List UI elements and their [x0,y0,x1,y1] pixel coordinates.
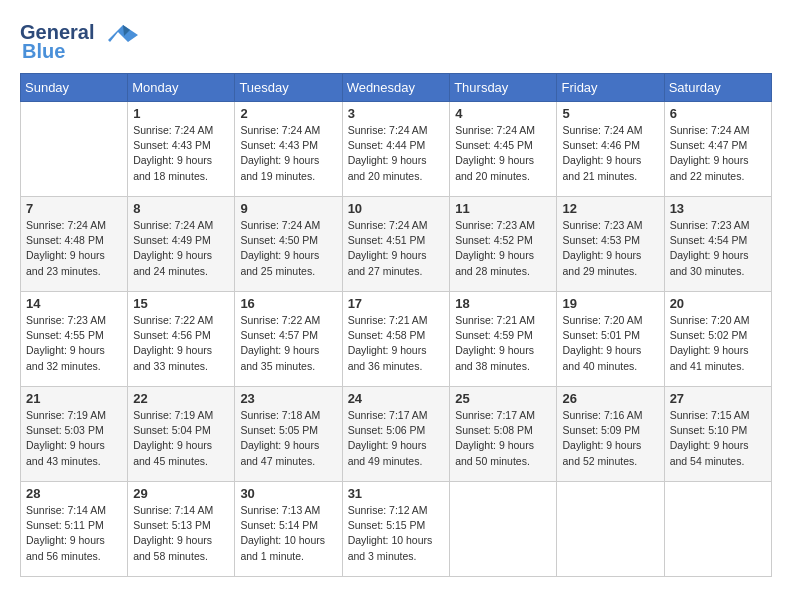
day-number: 19 [562,296,658,311]
calendar-cell: 26Sunrise: 7:16 AM Sunset: 5:09 PM Dayli… [557,387,664,482]
calendar-week-row: 14Sunrise: 7:23 AM Sunset: 4:55 PM Dayli… [21,292,772,387]
day-info: Sunrise: 7:13 AM Sunset: 5:14 PM Dayligh… [240,503,336,564]
day-number: 16 [240,296,336,311]
calendar-cell: 25Sunrise: 7:17 AM Sunset: 5:08 PM Dayli… [450,387,557,482]
calendar-cell: 3Sunrise: 7:24 AM Sunset: 4:44 PM Daylig… [342,102,450,197]
calendar-day-header: Tuesday [235,74,342,102]
day-number: 13 [670,201,766,216]
day-number: 17 [348,296,445,311]
calendar-cell: 23Sunrise: 7:18 AM Sunset: 5:05 PM Dayli… [235,387,342,482]
logo-bird-icon [98,20,138,48]
calendar-cell: 6Sunrise: 7:24 AM Sunset: 4:47 PM Daylig… [664,102,771,197]
calendar-day-header: Monday [128,74,235,102]
day-number: 31 [348,486,445,501]
calendar-week-row: 21Sunrise: 7:19 AM Sunset: 5:03 PM Dayli… [21,387,772,482]
calendar-cell: 10Sunrise: 7:24 AM Sunset: 4:51 PM Dayli… [342,197,450,292]
day-number: 26 [562,391,658,406]
calendar-cell: 18Sunrise: 7:21 AM Sunset: 4:59 PM Dayli… [450,292,557,387]
day-info: Sunrise: 7:19 AM Sunset: 5:03 PM Dayligh… [26,408,122,469]
svg-marker-0 [108,25,138,42]
day-number: 23 [240,391,336,406]
day-info: Sunrise: 7:20 AM Sunset: 5:01 PM Dayligh… [562,313,658,374]
page-header: General Blue [20,20,772,63]
day-info: Sunrise: 7:24 AM Sunset: 4:49 PM Dayligh… [133,218,229,279]
day-number: 5 [562,106,658,121]
day-info: Sunrise: 7:15 AM Sunset: 5:10 PM Dayligh… [670,408,766,469]
logo: General Blue [20,20,130,63]
calendar-cell: 4Sunrise: 7:24 AM Sunset: 4:45 PM Daylig… [450,102,557,197]
day-number: 14 [26,296,122,311]
day-number: 2 [240,106,336,121]
day-number: 15 [133,296,229,311]
calendar-day-header: Saturday [664,74,771,102]
calendar-cell: 27Sunrise: 7:15 AM Sunset: 5:10 PM Dayli… [664,387,771,482]
calendar-cell: 9Sunrise: 7:24 AM Sunset: 4:50 PM Daylig… [235,197,342,292]
calendar-cell: 16Sunrise: 7:22 AM Sunset: 4:57 PM Dayli… [235,292,342,387]
day-info: Sunrise: 7:24 AM Sunset: 4:46 PM Dayligh… [562,123,658,184]
calendar-cell [557,482,664,577]
calendar-week-row: 1Sunrise: 7:24 AM Sunset: 4:43 PM Daylig… [21,102,772,197]
day-number: 9 [240,201,336,216]
calendar-cell [664,482,771,577]
day-info: Sunrise: 7:20 AM Sunset: 5:02 PM Dayligh… [670,313,766,374]
day-number: 21 [26,391,122,406]
day-info: Sunrise: 7:14 AM Sunset: 5:13 PM Dayligh… [133,503,229,564]
day-number: 28 [26,486,122,501]
day-info: Sunrise: 7:14 AM Sunset: 5:11 PM Dayligh… [26,503,122,564]
calendar-cell: 1Sunrise: 7:24 AM Sunset: 4:43 PM Daylig… [128,102,235,197]
day-info: Sunrise: 7:24 AM Sunset: 4:45 PM Dayligh… [455,123,551,184]
day-number: 3 [348,106,445,121]
day-info: Sunrise: 7:23 AM Sunset: 4:53 PM Dayligh… [562,218,658,279]
calendar-cell: 21Sunrise: 7:19 AM Sunset: 5:03 PM Dayli… [21,387,128,482]
day-info: Sunrise: 7:16 AM Sunset: 5:09 PM Dayligh… [562,408,658,469]
calendar-cell: 17Sunrise: 7:21 AM Sunset: 4:58 PM Dayli… [342,292,450,387]
calendar-cell [21,102,128,197]
day-number: 7 [26,201,122,216]
calendar-cell: 13Sunrise: 7:23 AM Sunset: 4:54 PM Dayli… [664,197,771,292]
calendar-day-header: Friday [557,74,664,102]
calendar-week-row: 7Sunrise: 7:24 AM Sunset: 4:48 PM Daylig… [21,197,772,292]
day-number: 4 [455,106,551,121]
day-info: Sunrise: 7:21 AM Sunset: 4:58 PM Dayligh… [348,313,445,374]
calendar-cell: 15Sunrise: 7:22 AM Sunset: 4:56 PM Dayli… [128,292,235,387]
calendar-cell: 7Sunrise: 7:24 AM Sunset: 4:48 PM Daylig… [21,197,128,292]
day-number: 18 [455,296,551,311]
calendar-cell: 30Sunrise: 7:13 AM Sunset: 5:14 PM Dayli… [235,482,342,577]
calendar-cell: 8Sunrise: 7:24 AM Sunset: 4:49 PM Daylig… [128,197,235,292]
day-number: 8 [133,201,229,216]
calendar-cell: 2Sunrise: 7:24 AM Sunset: 4:43 PM Daylig… [235,102,342,197]
calendar-cell: 29Sunrise: 7:14 AM Sunset: 5:13 PM Dayli… [128,482,235,577]
calendar-cell: 22Sunrise: 7:19 AM Sunset: 5:04 PM Dayli… [128,387,235,482]
day-info: Sunrise: 7:21 AM Sunset: 4:59 PM Dayligh… [455,313,551,374]
day-number: 29 [133,486,229,501]
day-number: 24 [348,391,445,406]
day-info: Sunrise: 7:23 AM Sunset: 4:55 PM Dayligh… [26,313,122,374]
calendar-cell: 31Sunrise: 7:12 AM Sunset: 5:15 PM Dayli… [342,482,450,577]
calendar-header-row: SundayMondayTuesdayWednesdayThursdayFrid… [21,74,772,102]
calendar-day-header: Thursday [450,74,557,102]
day-info: Sunrise: 7:23 AM Sunset: 4:52 PM Dayligh… [455,218,551,279]
day-info: Sunrise: 7:19 AM Sunset: 5:04 PM Dayligh… [133,408,229,469]
day-info: Sunrise: 7:24 AM Sunset: 4:51 PM Dayligh… [348,218,445,279]
calendar-cell: 20Sunrise: 7:20 AM Sunset: 5:02 PM Dayli… [664,292,771,387]
day-info: Sunrise: 7:24 AM Sunset: 4:48 PM Dayligh… [26,218,122,279]
calendar-cell: 24Sunrise: 7:17 AM Sunset: 5:06 PM Dayli… [342,387,450,482]
day-info: Sunrise: 7:22 AM Sunset: 4:57 PM Dayligh… [240,313,336,374]
calendar-cell: 11Sunrise: 7:23 AM Sunset: 4:52 PM Dayli… [450,197,557,292]
day-info: Sunrise: 7:22 AM Sunset: 4:56 PM Dayligh… [133,313,229,374]
calendar-cell: 28Sunrise: 7:14 AM Sunset: 5:11 PM Dayli… [21,482,128,577]
calendar-day-header: Wednesday [342,74,450,102]
day-number: 20 [670,296,766,311]
calendar-cell: 5Sunrise: 7:24 AM Sunset: 4:46 PM Daylig… [557,102,664,197]
day-info: Sunrise: 7:23 AM Sunset: 4:54 PM Dayligh… [670,218,766,279]
day-info: Sunrise: 7:24 AM Sunset: 4:43 PM Dayligh… [240,123,336,184]
day-number: 11 [455,201,551,216]
calendar-week-row: 28Sunrise: 7:14 AM Sunset: 5:11 PM Dayli… [21,482,772,577]
logo-blue: Blue [22,40,65,62]
day-info: Sunrise: 7:24 AM Sunset: 4:47 PM Dayligh… [670,123,766,184]
calendar-day-header: Sunday [21,74,128,102]
day-info: Sunrise: 7:18 AM Sunset: 5:05 PM Dayligh… [240,408,336,469]
calendar-cell [450,482,557,577]
day-number: 30 [240,486,336,501]
day-number: 1 [133,106,229,121]
